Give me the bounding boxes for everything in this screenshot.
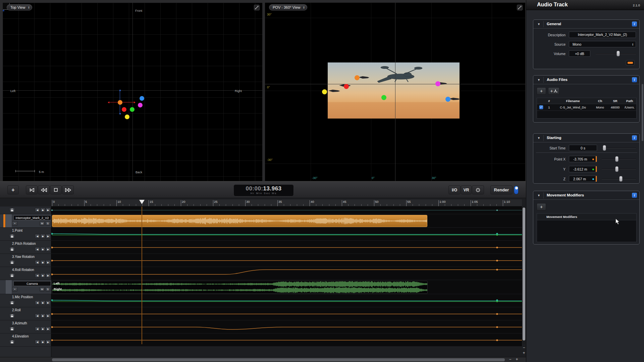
solo-button[interactable]: S xyxy=(45,221,50,226)
settings-button[interactable] xyxy=(472,185,484,194)
keyframe-dot[interactable] xyxy=(51,260,53,261)
pov-view-selector[interactable]: POV - 360° View ▲▼ xyxy=(269,4,307,10)
keyframe-next-button[interactable]: ▶ xyxy=(46,234,51,238)
keyframe-dot[interactable] xyxy=(51,233,53,234)
general-section-header[interactable]: ▼ General i xyxy=(533,20,639,29)
keyframe-dot[interactable] xyxy=(496,269,498,270)
track-header-Camera[interactable]: Camera+MS xyxy=(0,280,51,294)
source-dot-yellow[interactable] xyxy=(322,89,327,94)
keyframe-prev-button[interactable]: ◀ xyxy=(35,260,40,265)
keyframe-next-button[interactable]: ▶ xyxy=(46,208,51,212)
keyframe-dot[interactable] xyxy=(496,210,498,211)
keyframe-prev-button[interactable]: ◀ xyxy=(35,301,40,305)
keyframe-prev-button[interactable]: ◀ xyxy=(35,234,40,238)
keyframe-dot[interactable] xyxy=(51,339,53,341)
io-button[interactable]: I/O xyxy=(448,185,461,194)
add-track-button[interactable]: + xyxy=(7,185,19,194)
keyframe-dot[interactable] xyxy=(51,246,53,248)
source-dot-orange[interactable] xyxy=(118,100,122,105)
fast-forward-button[interactable] xyxy=(62,185,74,194)
source-dot-blue[interactable] xyxy=(445,97,450,102)
info-button[interactable]: i xyxy=(632,77,637,82)
starting-value-field[interactable]: 0 s xyxy=(569,145,597,151)
source-dot-green[interactable] xyxy=(381,95,386,100)
info-button[interactable]: i xyxy=(632,135,637,140)
keyframe-prev-button[interactable]: ◀ xyxy=(35,247,40,252)
volume-field[interactable]: +0 dB xyxy=(569,50,590,57)
starting-value-field[interactable]: -3.705 m xyxy=(569,156,597,162)
source-dot-blue[interactable] xyxy=(140,96,144,101)
go-to-start-button[interactable] xyxy=(26,185,38,194)
keyframe-add-button[interactable]: ◆ xyxy=(40,260,45,265)
time-ruler[interactable]: 05101520253035404550551:001:051:10 xyxy=(51,199,522,207)
track-color-swatch[interactable] xyxy=(626,60,635,65)
track-header-2.Roll[interactable]: 2.Roll◀◆▶ xyxy=(0,307,51,320)
source-dot-orange[interactable] xyxy=(355,75,360,80)
vertical-scrollbar[interactable] xyxy=(522,207,526,344)
add-movement-modifier-button[interactable]: + xyxy=(537,203,546,211)
keyframe-dot[interactable] xyxy=(496,234,498,236)
starting-section-header[interactable]: ▼ Starting i xyxy=(533,134,639,142)
starting-slider[interactable] xyxy=(602,148,636,148)
starting-slider-thumb[interactable] xyxy=(615,166,619,172)
info-button[interactable]: i xyxy=(632,193,637,198)
collapse-triangle-icon[interactable]: ▼ xyxy=(537,136,540,140)
description-field[interactable]: Interceptor_Mark_2_V2:Main_(2) xyxy=(569,32,636,38)
keyframe-dot[interactable] xyxy=(496,246,498,248)
keyframe-next-button[interactable]: ▶ xyxy=(46,301,51,305)
lock-button[interactable] xyxy=(9,260,15,265)
vertical-zoom-in-button[interactable]: + xyxy=(522,351,526,355)
keyframe-dot[interactable] xyxy=(496,326,498,328)
source-dot-green[interactable] xyxy=(130,107,135,112)
source-dot-red[interactable] xyxy=(344,84,349,89)
source-dot-red[interactable] xyxy=(122,107,126,112)
top-view-expand-button[interactable] xyxy=(254,5,260,10)
keyframe-dot[interactable] xyxy=(51,273,53,275)
pov-view-expand-button[interactable] xyxy=(517,5,523,10)
keyframe-dot[interactable] xyxy=(51,326,53,328)
lock-button[interactable] xyxy=(9,340,15,344)
starting-value-field[interactable]: -3.612 m xyxy=(569,166,597,172)
source-select[interactable]: Mono ▲▼ xyxy=(569,41,636,47)
source-dot-magenta[interactable] xyxy=(435,81,440,86)
keyframe-add-button[interactable]: ◆ xyxy=(40,273,45,278)
keyframe-add-button[interactable]: ◆ xyxy=(40,208,45,212)
horizontal-zoom-out-button[interactable]: − xyxy=(508,357,513,362)
keyframe-prev-button[interactable]: ◀ xyxy=(35,340,40,344)
source-dot-yellow[interactable] xyxy=(125,115,129,119)
keyframe-prev-button[interactable]: ◀ xyxy=(35,327,40,331)
inspector-scrollbar-thumb[interactable] xyxy=(642,84,643,141)
timecode-display[interactable]: 00:00:13.963 Hr Min Sec Ms xyxy=(233,184,294,196)
render-toggle[interactable] xyxy=(514,186,519,194)
vertical-zoom-out-button[interactable]: − xyxy=(522,345,526,350)
audio-file-row[interactable]: ✓1C-5_Jet_Wind_DoMono48000/Users. xyxy=(537,104,636,111)
mute-button[interactable]: M xyxy=(40,287,45,291)
lock-button[interactable] xyxy=(9,234,15,238)
audio-file-checkbox[interactable]: ✓ xyxy=(539,105,543,109)
horizontal-zoom-in-button[interactable]: + xyxy=(515,357,519,362)
track-header-1.Point[interactable]: 1.Point◀◆▶ xyxy=(0,228,51,241)
keyframe-add-button[interactable]: ◆ xyxy=(40,247,45,252)
add-lane-button[interactable]: + xyxy=(12,287,17,291)
mute-button[interactable]: M xyxy=(40,221,45,226)
info-button[interactable]: i xyxy=(632,21,637,27)
track-header-3.Azimuth[interactable]: 3.Azimuth◀◆▶ xyxy=(0,320,51,333)
volume-slider[interactable] xyxy=(596,53,636,54)
track-header-4.Roll Rotation[interactable]: 4.Roll Rotation◀◆▶ xyxy=(0,267,51,280)
starting-slider-thumb[interactable] xyxy=(603,145,606,151)
track-name-field[interactable]: Interceptor_Mark_2_V2 xyxy=(13,215,51,220)
keyframe-dot[interactable] xyxy=(496,233,498,234)
track-header-Interceptor_Mark_2_V2[interactable]: Interceptor_Mark_2_V2+MS xyxy=(0,214,51,228)
starting-slider-thumb[interactable] xyxy=(619,176,623,182)
add-lane-button[interactable]: + xyxy=(12,221,17,226)
collapse-triangle-icon[interactable]: ▼ xyxy=(537,78,540,82)
horizontal-scrollbar-thumb[interactable] xyxy=(52,358,505,361)
keyframe-dot[interactable] xyxy=(496,260,498,261)
keyframe-next-button[interactable]: ▶ xyxy=(46,260,51,265)
movement-modifiers-section-header[interactable]: ▼ Movement Modifiers i xyxy=(533,191,639,200)
keyframe-next-button[interactable]: ▶ xyxy=(46,327,51,331)
starting-slider-thumb[interactable] xyxy=(615,156,619,162)
top-view-selector[interactable]: Top View ▲▼ xyxy=(7,4,32,10)
volume-slider-thumb[interactable] xyxy=(616,51,620,56)
track-name-field[interactable]: Camera xyxy=(13,281,51,286)
